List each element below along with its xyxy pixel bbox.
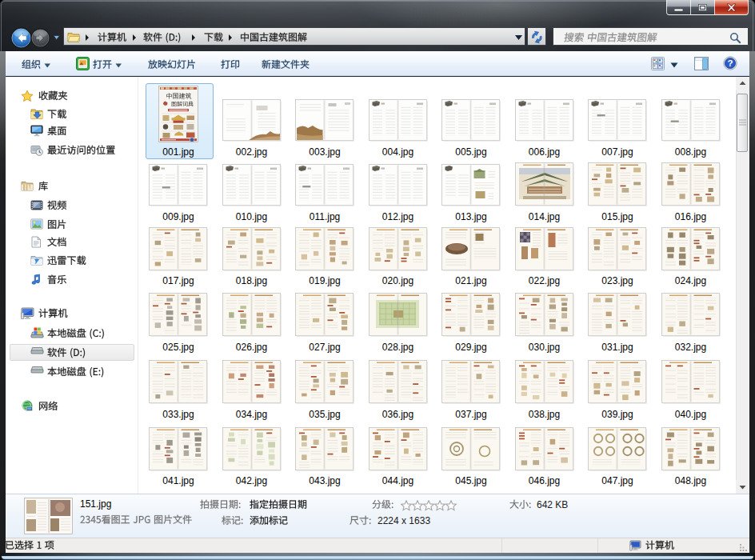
svg-text:?: ? [727,58,733,68]
